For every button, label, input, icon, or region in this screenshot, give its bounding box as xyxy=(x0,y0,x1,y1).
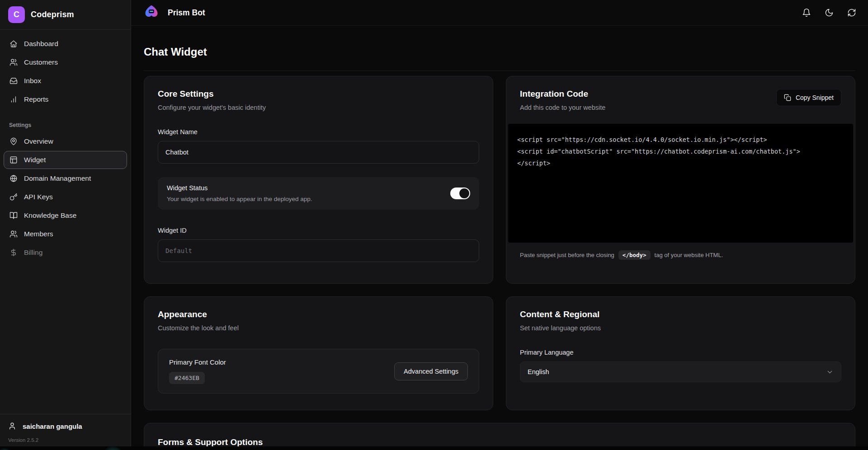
chevron-down-icon xyxy=(826,368,834,376)
panels-icon xyxy=(9,156,18,164)
user-name: saicharan gangula xyxy=(23,422,82,430)
sidebar-item-customers[interactable]: Customers xyxy=(4,53,127,71)
integration-code-header: Integration Code Add this code to your w… xyxy=(520,89,841,111)
sidebar-item-label: Knowledge Base xyxy=(24,211,76,220)
sidebar-item-label: Billing xyxy=(24,248,42,257)
notifications-button[interactable] xyxy=(802,8,811,17)
toggle-knob xyxy=(459,188,469,198)
content-regional-card: Content & Regional Set native language o… xyxy=(506,296,855,410)
widget-status-title: Widget Status xyxy=(167,184,312,192)
page-title: Chat Widget xyxy=(144,46,855,58)
primary-font-color-label: Primary Font Color xyxy=(169,358,226,366)
advanced-settings-button[interactable]: Advanced Settings xyxy=(394,362,468,380)
note-suffix: tag of your website HTML. xyxy=(655,252,723,258)
card-title: Integration Code xyxy=(520,89,605,99)
brand-name: Codeprism xyxy=(31,10,74,19)
content: Chat Widget Core Settings Configure your… xyxy=(131,26,868,450)
card-subtitle: Add this code to your website xyxy=(520,104,605,111)
title-divider xyxy=(144,70,855,71)
integration-code-card: Integration Code Add this code to your w… xyxy=(506,76,855,284)
copy-snippet-label: Copy Snippet xyxy=(796,94,834,101)
user-icon xyxy=(8,422,16,430)
widget-id-input[interactable] xyxy=(158,239,479,262)
topbar: Prism Bot xyxy=(131,0,868,26)
moon-icon xyxy=(825,8,834,17)
code-line: <script src="https://cdn.socket.io/4.4.0… xyxy=(517,134,844,145)
card-title: Core Settings xyxy=(158,89,479,99)
sidebar-item-label: Customers xyxy=(24,58,58,66)
settings-section-label: Settings xyxy=(9,122,122,128)
core-settings-card: Core Settings Configure your widget's ba… xyxy=(144,76,493,284)
sidebar-item-label: Members xyxy=(24,230,53,238)
card-title: Appearance xyxy=(158,309,479,319)
primary-font-color-texts: Primary Font Color #2463EB xyxy=(169,358,226,384)
sidebar-item-inbox[interactable]: Inbox xyxy=(4,72,127,90)
primary-language-select[interactable]: English xyxy=(520,361,841,382)
font-color-value-chip: #2463EB xyxy=(169,372,205,384)
topbar-actions xyxy=(802,8,856,17)
widget-status-toggle[interactable] xyxy=(450,188,470,199)
copy-icon xyxy=(784,94,791,101)
bottom-edge-strip xyxy=(0,446,868,450)
map-pin-icon xyxy=(9,137,18,145)
sidebar-item-widget[interactable]: Widget xyxy=(4,151,127,169)
sidebar-item-label: Inbox xyxy=(24,77,41,85)
card-title: Forms & Support Options xyxy=(158,437,841,447)
primary-language-value: English xyxy=(528,368,549,375)
user-profile[interactable]: saicharan gangula xyxy=(0,414,131,433)
sidebar-item-label: Overview xyxy=(24,137,53,145)
widget-id-label: Widget ID xyxy=(158,227,479,234)
sidebar-item-label: Dashboard xyxy=(24,40,58,48)
brand[interactable]: C Codeprism xyxy=(0,0,131,30)
app-name: Prism Bot xyxy=(168,8,205,18)
widget-status-texts: Widget Status Your widget is enabled to … xyxy=(167,184,312,202)
widget-status-row: Widget Status Your widget is enabled to … xyxy=(158,177,479,210)
sidebar-item-members[interactable]: Members xyxy=(4,225,127,243)
card-subtitle: Configure your widget's basic identity xyxy=(158,104,479,111)
sidebar-item-label: API Keys xyxy=(24,193,53,201)
widget-name-label: Widget Name xyxy=(158,128,479,136)
sidebar-item-overview[interactable]: Overview xyxy=(4,132,127,150)
key-icon xyxy=(9,193,18,201)
refresh-button[interactable] xyxy=(847,8,856,17)
primary-font-color-row: Primary Font Color #2463EB Advanced Sett… xyxy=(158,349,479,394)
prism-bot-logo-icon xyxy=(143,3,160,23)
book-open-icon xyxy=(9,211,18,220)
sidebar-item-domain-management[interactable]: Domain Management xyxy=(4,169,127,188)
theme-toggle-button[interactable] xyxy=(825,8,834,17)
globe-icon xyxy=(9,174,18,183)
users-icon xyxy=(9,58,18,66)
sidebar: C Codeprism Dashboard Customers Inbox Re… xyxy=(0,0,131,450)
sidebar-item-dashboard[interactable]: Dashboard xyxy=(4,35,127,53)
sidebar-item-reports[interactable]: Reports xyxy=(4,90,127,108)
sidebar-item-billing[interactable]: Billing xyxy=(4,244,127,262)
cards-grid: Core Settings Configure your widget's ba… xyxy=(144,76,855,450)
sidebar-item-label: Widget xyxy=(24,156,46,164)
widget-status-description: Your widget is enabled to appear in the … xyxy=(167,196,312,202)
widget-name-input[interactable] xyxy=(158,141,479,164)
sidebar-item-api-keys[interactable]: API Keys xyxy=(4,188,127,206)
brand-initial: C xyxy=(14,10,19,19)
main-area: Prism Bot Chat Widget Core Settings Conf… xyxy=(131,0,868,450)
sidebar-footer: saicharan gangula Version 2.5.2 xyxy=(0,414,131,450)
copy-snippet-button[interactable]: Copy Snippet xyxy=(776,89,841,106)
primary-language-label: Primary Language xyxy=(520,349,841,356)
card-subtitle: Customize the look and feel xyxy=(158,324,479,332)
code-line: <script id="chatbotScript" src="https://… xyxy=(517,145,844,157)
sidebar-item-knowledge-base[interactable]: Knowledge Base xyxy=(4,206,127,225)
sidebar-nav: Dashboard Customers Inbox Reports Settin… xyxy=(0,30,131,262)
users-icon xyxy=(9,230,18,238)
bell-icon xyxy=(802,8,811,17)
integration-code-texts: Integration Code Add this code to your w… xyxy=(520,89,605,111)
card-title: Content & Regional xyxy=(520,309,841,319)
paste-snippet-note: Paste snippet just before the closing </… xyxy=(520,250,841,260)
card-subtitle: Set native language options xyxy=(520,324,841,332)
refresh-icon xyxy=(847,8,856,17)
appearance-card: Appearance Customize the look and feel P… xyxy=(144,296,493,410)
code-line: </script> xyxy=(517,157,844,169)
dollar-sign-icon xyxy=(9,248,18,257)
brand-logo: C xyxy=(8,6,25,23)
forms-support-card: Forms & Support Options xyxy=(144,423,855,450)
note-prefix: Paste snippet just before the closing xyxy=(520,252,614,258)
sidebar-item-label: Reports xyxy=(24,95,48,103)
